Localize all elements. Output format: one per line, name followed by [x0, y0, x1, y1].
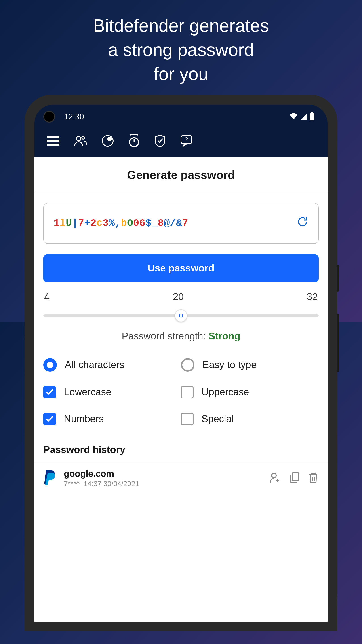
- wifi-icon: [289, 112, 298, 121]
- option-label: Numbers: [64, 413, 104, 425]
- strength-value: Strong: [209, 330, 240, 342]
- promo-headline: Bitdefender generates a strong password …: [93, 14, 269, 86]
- password-history-title: Password history: [43, 444, 319, 456]
- slider-thumb[interactable]: [175, 310, 187, 322]
- radio-selected-icon: [43, 358, 57, 372]
- use-password-button[interactable]: Use password: [43, 254, 319, 282]
- phone-frame: 12:30: [24, 95, 338, 632]
- copy-icon[interactable]: [289, 472, 300, 485]
- option-label: Special: [202, 413, 234, 425]
- history-meta: 7***^ 14:37 30/04/2021: [64, 480, 262, 488]
- generated-password-box: 1lU|7+2c3%,bO06$_8@/&7: [43, 203, 319, 244]
- svg-point-3: [108, 137, 111, 141]
- signal-icon: [301, 114, 307, 120]
- trash-icon[interactable]: [308, 472, 319, 485]
- globe-icon[interactable]: [101, 134, 114, 147]
- people-icon[interactable]: [74, 135, 87, 147]
- checkbox-checked-icon: [43, 413, 56, 425]
- hamburger-menu-icon[interactable]: [47, 136, 59, 146]
- option-special[interactable]: Special: [181, 413, 319, 425]
- checkbox-unchecked-icon: [181, 386, 194, 398]
- option-easy-to-type[interactable]: Easy to type: [181, 358, 319, 372]
- password-strength: Password strength: Strong: [43, 330, 319, 342]
- phone-side-button: [337, 265, 339, 292]
- add-user-icon[interactable]: [270, 472, 281, 485]
- svg-text:?: ?: [185, 136, 188, 143]
- slider-min: 4: [44, 291, 50, 303]
- camera-cutout: [43, 111, 55, 122]
- regenerate-icon[interactable]: [297, 216, 308, 231]
- length-slider[interactable]: [43, 314, 319, 317]
- option-label: Lowercase: [64, 386, 111, 398]
- slider-max: 32: [307, 291, 318, 303]
- slider-mid: 20: [173, 291, 184, 303]
- shield-check-icon[interactable]: [154, 134, 166, 148]
- option-uppercase[interactable]: Uppercase: [181, 386, 319, 398]
- nav-bar: ?: [34, 127, 328, 158]
- generated-password-text: 1lU|7+2c3%,bO06$_8@/&7: [54, 218, 188, 229]
- option-numbers[interactable]: Numbers: [43, 413, 181, 425]
- history-item[interactable]: google.com 7***^ 14:37 30/04/2021: [43, 462, 319, 488]
- option-lowercase[interactable]: Lowercase: [43, 386, 181, 398]
- help-chat-icon[interactable]: ?: [180, 134, 193, 147]
- battery-icon: [310, 113, 314, 120]
- radio-unselected-icon: [181, 358, 194, 372]
- svg-rect-8: [292, 472, 299, 480]
- status-bar: 12:30: [34, 105, 328, 127]
- checkbox-unchecked-icon: [181, 413, 194, 425]
- checkbox-checked-icon: [43, 386, 56, 398]
- option-label: Easy to type: [202, 359, 257, 371]
- phone-side-button: [337, 314, 339, 372]
- svg-point-7: [272, 473, 276, 478]
- power-icon[interactable]: [128, 134, 140, 148]
- option-label: Uppercase: [202, 386, 249, 398]
- option-label: All characters: [65, 359, 124, 371]
- svg-point-1: [82, 136, 84, 139]
- svg-point-0: [76, 136, 81, 141]
- status-time: 12:30: [64, 112, 84, 122]
- page-title: Generate password: [34, 158, 328, 193]
- slider-labels: 4 20 32: [43, 291, 319, 303]
- history-domain: google.com: [64, 469, 262, 479]
- paypal-logo-icon: [43, 469, 57, 487]
- svg-point-2: [102, 136, 113, 146]
- option-all-characters[interactable]: All characters: [43, 358, 181, 372]
